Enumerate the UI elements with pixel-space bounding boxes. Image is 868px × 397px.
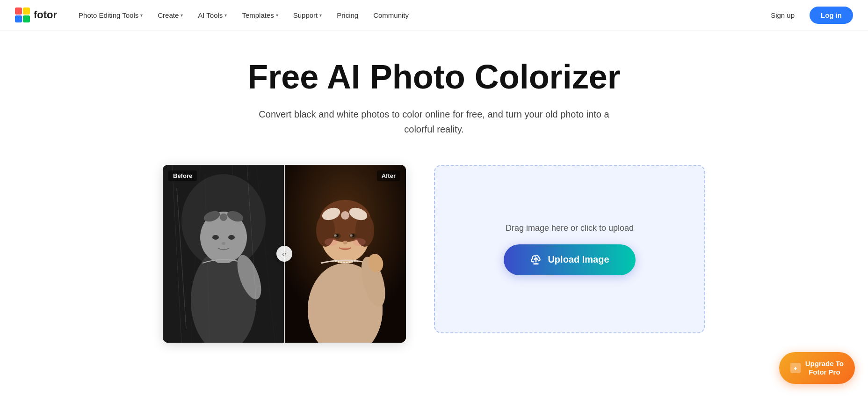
image-comparison: Before After ‹› (163, 165, 406, 343)
nav-photo-editing-label: Photo Editing Tools (79, 11, 138, 19)
logo-link[interactable]: fotor (15, 7, 57, 22)
chevron-down-icon: ▾ (224, 13, 227, 18)
signup-button[interactable]: Sign up (763, 7, 802, 23)
chevron-down-icon: ▾ (319, 13, 322, 18)
svg-point-16 (212, 235, 219, 240)
nav-ai-tools[interactable]: AI Tools ▾ (191, 7, 233, 23)
after-image (284, 165, 406, 343)
svg-point-18 (222, 242, 225, 245)
svg-point-39 (334, 235, 337, 237)
comparison-handle[interactable]: ‹› (276, 246, 292, 262)
chevron-down-icon: ▾ (181, 13, 183, 18)
svg-rect-3 (23, 15, 30, 22)
svg-point-41 (343, 241, 347, 244)
nav-pricing-label: Pricing (337, 11, 358, 19)
upgrade-line1: Upgrade To (805, 360, 844, 361)
nav-community-label: Community (373, 11, 409, 19)
nav-support-label: Support (293, 11, 318, 19)
nav-pricing[interactable]: Pricing (330, 7, 365, 23)
navbar: fotor Photo Editing Tools ▾ Create ▾ AI … (0, 0, 868, 30)
svg-rect-2 (15, 15, 22, 22)
svg-rect-0 (15, 7, 22, 15)
nav-templates-label: Templates (242, 11, 274, 19)
after-label: After (377, 170, 400, 181)
before-image (163, 165, 284, 343)
upgrade-to-pro-button[interactable]: ♦ Upgrade To Fotor Pro (779, 352, 855, 361)
hero-section: Free AI Photo Colorizer Convert black an… (0, 30, 868, 155)
nav-ai-tools-label: AI Tools (198, 11, 223, 19)
nav-auth: Sign up Log in (763, 7, 853, 24)
upload-icon (530, 254, 542, 266)
main-content: Before After ‹› Drag image here or click… (107, 155, 761, 361)
nav-support[interactable]: Support ▾ (287, 7, 329, 23)
hero-subtitle: Convert black and white photos to color … (252, 107, 616, 137)
chevron-down-icon: ▾ (140, 13, 143, 18)
nav-create[interactable]: Create ▾ (151, 7, 189, 23)
svg-point-42 (325, 238, 338, 246)
before-label: Before (168, 170, 197, 181)
drag-drop-text: Drag image here or click to upload (506, 223, 634, 233)
upload-button-label: Upload Image (548, 254, 609, 265)
svg-point-40 (350, 235, 353, 237)
nav-templates[interactable]: Templates ▾ (235, 7, 284, 23)
svg-point-43 (353, 238, 366, 246)
upload-image-button[interactable]: Upload Image (504, 244, 635, 275)
nav-create-label: Create (158, 11, 179, 19)
fotor-logo-icon (15, 7, 30, 22)
svg-rect-1 (23, 7, 30, 15)
upload-area[interactable]: Drag image here or click to upload Uploa… (434, 165, 705, 333)
svg-point-34 (341, 211, 349, 220)
chevron-down-icon: ▾ (276, 13, 278, 18)
nav-community[interactable]: Community (367, 7, 415, 23)
page-title: Free AI Photo Colorizer (15, 59, 853, 96)
logo-text: fotor (34, 9, 57, 21)
svg-point-15 (220, 213, 227, 221)
nav-links: Photo Editing Tools ▾ Create ▾ AI Tools … (72, 7, 763, 23)
login-button[interactable]: Log in (810, 7, 853, 24)
svg-point-17 (228, 235, 235, 240)
nav-photo-editing[interactable]: Photo Editing Tools ▾ (72, 7, 149, 23)
